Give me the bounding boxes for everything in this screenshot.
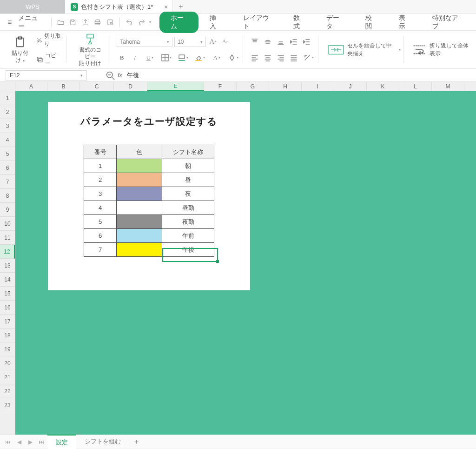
row-header-20[interactable]: 20	[0, 356, 15, 370]
increase-indent-icon[interactable]	[302, 37, 312, 47]
align-middle-icon[interactable]	[263, 37, 273, 47]
align-right-icon[interactable]	[276, 53, 286, 63]
cut-button[interactable]: 切り取り	[34, 31, 64, 49]
col-header-L[interactable]: L	[399, 82, 432, 91]
row-header-6[interactable]: 6	[0, 161, 15, 175]
hamburger-icon[interactable]: ≡	[5, 18, 14, 27]
document-tab[interactable]: S 色付きシフト表（週次）1* ×	[65, 0, 173, 13]
col-header-J[interactable]: J	[334, 82, 367, 91]
ribbon-tab-0[interactable]: ホーム	[159, 12, 198, 33]
increase-font-icon[interactable]: A+	[208, 37, 218, 47]
cells-canvas[interactable]: パラメータをユーザ設定する 番号 色 シフト名称 1朝2昼3夜4昼勤5夜勤6午前…	[15, 91, 476, 435]
ribbon-tab-4[interactable]: データ	[315, 12, 354, 33]
fill-color-icon[interactable]: ▾	[193, 53, 207, 63]
save-icon[interactable]	[68, 17, 78, 27]
row-header-2[interactable]: 2	[0, 105, 15, 119]
align-center-icon[interactable]	[263, 53, 273, 63]
sheet-tab-1[interactable]: シフトを組む	[76, 435, 129, 449]
col-header-H[interactable]: H	[269, 82, 302, 91]
print-icon[interactable]	[93, 17, 103, 27]
italic-icon[interactable]: I	[130, 53, 140, 63]
row-header-8[interactable]: 8	[0, 189, 15, 203]
align-left-icon[interactable]	[250, 53, 260, 63]
sheet-nav-first-icon[interactable]: ⏮	[3, 437, 13, 447]
sheet-nav-next-icon[interactable]: ▶	[25, 437, 35, 447]
col-header-E[interactable]: E	[147, 82, 204, 91]
row-header-1[interactable]: 1	[0, 91, 15, 105]
wrap-text-button[interactable]: 折り返して全体表示	[430, 42, 470, 58]
font-name-combo[interactable]: Tahoma▾	[117, 37, 172, 47]
ribbon-tab-6[interactable]: 表示	[388, 12, 421, 33]
ribbon-tab-3[interactable]: 数式	[282, 12, 316, 33]
row-header-18[interactable]: 18	[0, 328, 15, 342]
col-header-M[interactable]: M	[432, 82, 464, 91]
row-header-11[interactable]: 11	[0, 231, 15, 245]
decrease-font-icon[interactable]: A−	[220, 37, 230, 47]
close-tab-button[interactable]: ×	[164, 3, 168, 11]
col-header-G[interactable]: G	[237, 82, 269, 91]
merge-cells-button-icon[interactable]	[325, 43, 347, 57]
font-size-combo[interactable]: 10▾	[174, 37, 206, 47]
row-header-5[interactable]: 5	[0, 147, 15, 161]
row-header-19[interactable]: 19	[0, 342, 15, 356]
row-header-22[interactable]: 22	[0, 384, 15, 398]
export-icon[interactable]	[80, 17, 90, 27]
copy-button[interactable]: コピー	[34, 51, 64, 68]
row-header-17[interactable]: 17	[0, 315, 15, 328]
row-headers[interactable]: 1234567891011121314151617181920212223	[0, 91, 15, 435]
menu-button[interactable]: メニュー	[17, 14, 46, 31]
row-header-13[interactable]: 13	[0, 259, 15, 273]
row-header-23[interactable]: 23	[0, 398, 15, 412]
format-painter-button[interactable]: 書式のコピー 貼り付け	[73, 31, 107, 68]
borders-icon[interactable]: ▾	[159, 53, 173, 63]
col-header-B[interactable]: B	[47, 82, 80, 91]
ribbon-tab-2[interactable]: レイアウト	[232, 12, 282, 33]
row-header-16[interactable]: 16	[0, 301, 15, 315]
row-header-15[interactable]: 15	[0, 287, 15, 301]
print-preview-icon[interactable]	[105, 17, 115, 27]
font-color-icon[interactable]: A▾	[210, 53, 224, 63]
col-header-I[interactable]: I	[302, 82, 334, 91]
orientation-icon[interactable]: ▾	[302, 53, 316, 63]
column-headers[interactable]: ABCDEFGHIJKLM	[15, 82, 476, 91]
sheet-nav-prev-icon[interactable]: ◀	[14, 437, 24, 447]
paste-button[interactable]: 貼り付け ▾	[6, 34, 34, 65]
sheet-tab-0[interactable]: 設定	[47, 435, 76, 449]
app-tab[interactable]: WPS	[0, 0, 65, 13]
col-header-C[interactable]: C	[80, 82, 114, 91]
row-header-21[interactable]: 21	[0, 370, 15, 384]
bold-icon[interactable]: B	[117, 53, 127, 63]
add-sheet-button[interactable]: ＋	[130, 437, 142, 446]
row-header-4[interactable]: 4	[0, 133, 15, 147]
fx-icon[interactable]: fx	[118, 72, 122, 79]
row-header-7[interactable]: 7	[0, 175, 15, 189]
redo-icon[interactable]	[137, 17, 146, 27]
fill-cell-icon[interactable]: ▾	[176, 53, 190, 63]
justify-icon[interactable]	[289, 53, 299, 63]
row-header-3[interactable]: 3	[0, 119, 15, 133]
ribbon-tab-1[interactable]: 挿入	[198, 12, 232, 33]
select-all-corner[interactable]	[0, 82, 15, 91]
open-icon[interactable]	[56, 17, 66, 27]
col-header-A[interactable]: A	[15, 82, 47, 91]
undo-icon[interactable]	[125, 17, 134, 27]
col-header-F[interactable]: F	[204, 82, 237, 91]
col-header-K[interactable]: K	[367, 82, 399, 91]
row-header-12[interactable]: 12	[0, 245, 15, 259]
wrap-text-icon-button[interactable]	[410, 43, 430, 57]
ribbon-tab-5[interactable]: 校閲	[354, 12, 388, 33]
row-header-10[interactable]: 10	[0, 217, 15, 231]
zoom-cell-icon[interactable]	[106, 71, 115, 80]
underline-icon[interactable]: U▾	[143, 53, 157, 63]
col-header-D[interactable]: D	[114, 82, 147, 91]
align-bottom-icon[interactable]	[276, 37, 286, 47]
decrease-indent-icon[interactable]	[289, 37, 299, 47]
row-header-9[interactable]: 9	[0, 203, 15, 217]
merge-center-button[interactable]: セルを結合して中央揃え▾	[347, 42, 401, 58]
ribbon-tab-7[interactable]: 特別なアプ	[421, 12, 471, 33]
name-box[interactable]: E12▾	[6, 70, 87, 80]
formula-input[interactable]: 午後	[122, 71, 476, 80]
spreadsheet-grid[interactable]: ABCDEFGHIJKLM 12345678910111213141516171…	[0, 82, 476, 435]
highlight-icon[interactable]: ▾	[226, 53, 240, 63]
sheet-nav-last-icon[interactable]: ⏭	[36, 437, 46, 447]
